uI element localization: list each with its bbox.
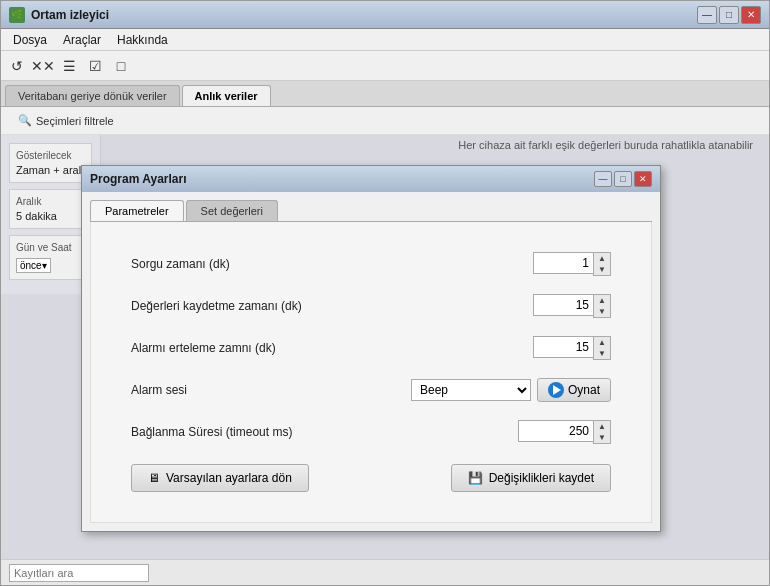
spinner-sorgu-btns: ▲ ▼ xyxy=(593,252,611,276)
spinner-erteleme-btns: ▲ ▼ xyxy=(593,336,611,360)
control-kaydetme: ▲ ▼ xyxy=(533,294,611,318)
menu-hakkinda[interactable]: Hakkında xyxy=(109,31,176,49)
bottom-bar xyxy=(1,559,769,585)
window-controls: — □ ✕ xyxy=(697,6,761,24)
app-icon: 🌿 xyxy=(9,7,25,23)
input-timeout[interactable] xyxy=(518,420,593,442)
search-input[interactable] xyxy=(9,564,149,582)
spin-down-sorgu[interactable]: ▼ xyxy=(594,264,610,275)
toolbar-refresh-button[interactable]: ↺ xyxy=(5,54,29,78)
input-kaydetme[interactable] xyxy=(533,294,593,316)
spinner-timeout: ▲ ▼ xyxy=(518,420,611,444)
tab-parametreler[interactable]: Parametreler xyxy=(90,200,184,221)
maximize-button[interactable]: □ xyxy=(719,6,739,24)
spin-up-kaydetme[interactable]: ▲ xyxy=(594,295,610,306)
aralik-label: Aralık xyxy=(16,196,85,207)
gosterilecek-value: Zaman + aral xyxy=(16,164,85,176)
reset-defaults-button[interactable]: 🖥 Varsayılan ayarlara dön xyxy=(131,464,309,492)
spinner-timeout-btns: ▲ ▼ xyxy=(593,420,611,444)
spin-up-sorgu[interactable]: ▲ xyxy=(594,253,610,264)
tab-realtime[interactable]: Anlık veriler xyxy=(182,85,271,106)
label-alarm-sesi: Alarm sesi xyxy=(131,383,411,397)
dialog-maximize-button[interactable]: □ xyxy=(614,171,632,187)
minimize-button[interactable]: — xyxy=(697,6,717,24)
aralik-section: Aralık 5 dakika xyxy=(9,189,92,229)
alarm-sesi-dropdown[interactable]: Beep Chime Alert xyxy=(411,379,531,401)
save-changes-button[interactable]: 💾 Değişiklikleri kaydet xyxy=(451,464,611,492)
filter-label: Seçimleri filtrele xyxy=(36,115,114,127)
dialog-close-button[interactable]: ✕ xyxy=(634,171,652,187)
control-sorgu: ▲ ▼ xyxy=(533,252,611,276)
tab-set-degerleri[interactable]: Set değerleri xyxy=(186,200,278,221)
input-sorgu[interactable] xyxy=(533,252,593,274)
aralik-value: 5 dakika xyxy=(16,210,85,222)
dialog-controls: — □ ✕ xyxy=(594,171,652,187)
control-timeout: ▲ ▼ xyxy=(518,420,611,444)
play-circle-icon xyxy=(548,382,564,398)
form-row-alarm-sesi: Alarm sesi Beep Chime Alert xyxy=(131,378,611,402)
label-erteleme: Alarmı erteleme zamnı (dk) xyxy=(131,341,533,355)
label-sorgu: Sorgu zamanı (dk) xyxy=(131,257,533,271)
form-row-kaydetme: Değerleri kaydetme zamanı (dk) ▲ ▼ xyxy=(131,294,611,318)
spinner-kaydetme: ▲ ▼ xyxy=(533,294,611,318)
toolbar: ↺ ✕✕ ☰ ☑ □ xyxy=(1,51,769,81)
spin-down-timeout[interactable]: ▼ xyxy=(594,432,610,443)
title-bar: 🌿 Ortam izleyici — □ ✕ xyxy=(1,1,769,29)
control-erteleme: ▲ ▼ xyxy=(533,336,611,360)
close-button[interactable]: ✕ xyxy=(741,6,761,24)
label-timeout: Bağlanma Süresi (timeout ms) xyxy=(131,425,518,439)
dialog-panel: Sorgu zamanı (dk) ▲ ▼ xyxy=(90,222,652,523)
menu-dosya[interactable]: Dosya xyxy=(5,31,55,49)
gosterilecek-label: Gösterilecek xyxy=(16,150,85,161)
spinner-kaydetme-btns: ▲ ▼ xyxy=(593,294,611,318)
menu-bar: Dosya Araçlar Hakkında xyxy=(1,29,769,51)
spinner-sorgu: ▲ ▼ xyxy=(533,252,611,276)
form-row-sorgu: Sorgu zamanı (dk) ▲ ▼ xyxy=(131,252,611,276)
control-alarm-sesi: Beep Chime Alert Oynat xyxy=(411,378,611,402)
toolbar-square-button[interactable]: □ xyxy=(109,54,133,78)
main-window: 🌿 Ortam izleyici — □ ✕ Dosya Araçlar Hak… xyxy=(0,0,770,586)
sub-toolbar: 🔍 Seçimleri filtrele xyxy=(1,107,769,135)
dialog-title: Program Ayarları xyxy=(90,172,588,186)
play-triangle-icon xyxy=(553,385,561,395)
spin-down-kaydetme[interactable]: ▼ xyxy=(594,306,610,317)
label-kaydetme: Değerleri kaydetme zamanı (dk) xyxy=(131,299,533,313)
top-hint-text: Her cihaza ait farklı eşik değerleri bur… xyxy=(458,139,753,151)
spin-down-erteleme[interactable]: ▼ xyxy=(594,348,610,359)
once-chevron-icon: ▾ xyxy=(42,260,47,271)
content-area: Her cihaza ait farklı eşik değerleri bur… xyxy=(1,135,769,559)
play-button[interactable]: Oynat xyxy=(537,378,611,402)
dialog-tab-area: Parametreler Set değerleri xyxy=(90,200,652,222)
once-dropdown[interactable]: önce ▾ xyxy=(16,258,51,273)
menu-araclar[interactable]: Araçlar xyxy=(55,31,109,49)
tab-database[interactable]: Veritabanı geriye dönük veriler xyxy=(5,85,180,106)
app-title: Ortam izleyici xyxy=(31,8,691,22)
gun-saat-label: Gün ve Saat xyxy=(16,242,85,253)
spin-up-erteleme[interactable]: ▲ xyxy=(594,337,610,348)
dialog-content: Parametreler Set değerleri Sorgu zamanı … xyxy=(82,192,660,531)
save-label: Değişiklikleri kaydet xyxy=(489,471,594,485)
play-label: Oynat xyxy=(568,383,600,397)
reset-label: Varsayılan ayarlara dön xyxy=(166,471,292,485)
filter-icon: 🔍 xyxy=(18,114,32,127)
gosterilecek-section: Gösterilecek Zaman + aral xyxy=(9,143,92,183)
filter-button[interactable]: 🔍 Seçimleri filtrele xyxy=(9,111,123,130)
main-tab-area: Veritabanı geriye dönük veriler Anlık ve… xyxy=(1,81,769,107)
form-row-erteleme: Alarmı erteleme zamnı (dk) ▲ ▼ xyxy=(131,336,611,360)
toolbar-list-button[interactable]: ☰ xyxy=(57,54,81,78)
toolbar-clear-button[interactable]: ✕✕ xyxy=(31,54,55,78)
input-erteleme[interactable] xyxy=(533,336,593,358)
action-buttons: 🖥 Varsayılan ayarlara dön 💾 Değişiklikle… xyxy=(131,464,611,492)
spin-up-timeout[interactable]: ▲ xyxy=(594,421,610,432)
once-label: önce xyxy=(20,260,42,271)
program-settings-dialog: Program Ayarları — □ ✕ Parametreler Set … xyxy=(81,165,661,532)
spinner-erteleme: ▲ ▼ xyxy=(533,336,611,360)
dialog-title-bar: Program Ayarları — □ ✕ xyxy=(82,166,660,192)
toolbar-check-button[interactable]: ☑ xyxy=(83,54,107,78)
save-icon: 💾 xyxy=(468,471,483,485)
gun-saat-section: Gün ve Saat önce ▾ xyxy=(9,235,92,280)
dialog-minimize-button[interactable]: — xyxy=(594,171,612,187)
reset-icon: 🖥 xyxy=(148,471,160,485)
form-row-timeout: Bağlanma Süresi (timeout ms) ▲ ▼ xyxy=(131,420,611,444)
